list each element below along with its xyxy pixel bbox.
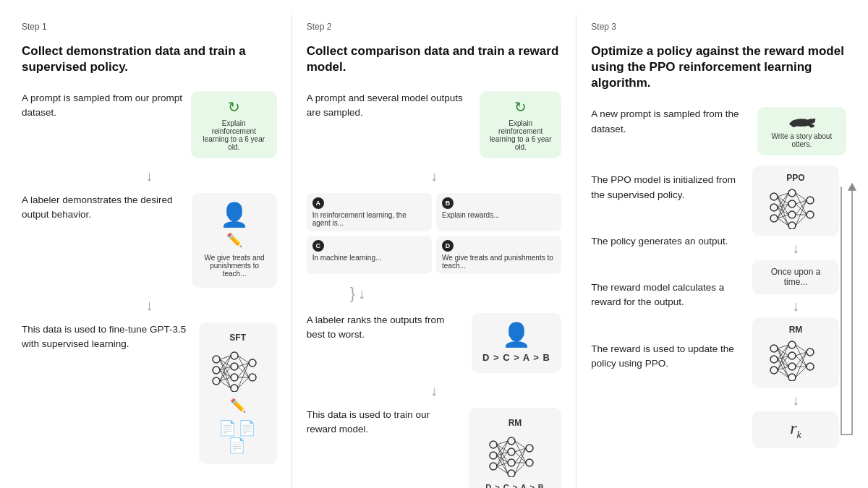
svg-line-57 xyxy=(515,463,526,474)
col2-arrow1: ↓ xyxy=(307,168,562,183)
col2-arrow2-row: } ↓ xyxy=(307,284,562,303)
recycle-icon-2: ↻ xyxy=(514,98,527,116)
col3-arrow2: ↓ xyxy=(792,299,799,313)
col2-rank: D > C > A > B xyxy=(482,352,550,363)
col2-section3: A labeler ranks the outputs from best to… xyxy=(307,313,562,373)
col2-section1: A prompt and several model outputs are s… xyxy=(307,91,562,158)
svg-point-32 xyxy=(508,437,515,445)
col3-rm-label: RM xyxy=(789,325,803,335)
arrow1: ↓ xyxy=(22,168,277,183)
col3-arrow1: ↓ xyxy=(792,241,799,255)
svg-point-98 xyxy=(788,352,796,359)
col2-options-grid: A In reinforcement learning, the agent i… xyxy=(307,193,562,274)
svg-point-102 xyxy=(807,363,814,370)
svg-point-68 xyxy=(788,189,796,197)
svg-point-37 xyxy=(526,459,533,466)
svg-point-6 xyxy=(231,385,238,392)
col2-section4: This data is used to train our reward mo… xyxy=(307,408,562,488)
col2-prompt-text: Explain reinforcement learning to a 6 ye… xyxy=(488,119,553,151)
col3-ppo-label: PPO xyxy=(786,173,804,183)
column-2: Step 2 Collect comparison data and train… xyxy=(292,14,577,488)
col2-prompt-box: ↻ Explain reinforcement learning to a 6 … xyxy=(480,91,561,158)
brace-icon: } xyxy=(350,284,355,303)
option-a-text: In reinforcement learning, the agent is.… xyxy=(312,211,426,227)
svg-point-7 xyxy=(249,359,256,367)
svg-line-122 xyxy=(796,367,807,377)
svg-point-97 xyxy=(788,341,796,348)
svg-point-70 xyxy=(788,211,796,218)
option-a-label: A xyxy=(312,197,324,209)
option-d-text: We give treats and punishments to teach.… xyxy=(442,254,556,270)
col1-text1: A prompt is sampled from our prompt data… xyxy=(22,91,184,121)
col1-section2: A labeler demonstrates the desired outpu… xyxy=(22,193,277,288)
option-d: D We give treats and punishments to teac… xyxy=(436,236,561,274)
svg-point-67 xyxy=(770,215,778,222)
col2-labeler-card: 👤 D > C > A > B xyxy=(472,313,562,373)
edit-icon-2: ✏️ xyxy=(230,398,246,414)
col3-text2: The PPO model is initialized from the su… xyxy=(591,173,738,202)
svg-point-69 xyxy=(788,200,796,207)
otter-icon xyxy=(787,114,816,129)
col1-section3: This data is used to fine-tune GPT-3.5 w… xyxy=(22,322,277,464)
svg-point-3 xyxy=(231,352,238,359)
col2-rank-bottom: D > C > A > B xyxy=(485,483,545,488)
col2-rm-card: RM xyxy=(469,408,562,488)
person-icon-2: 👤 xyxy=(502,323,531,346)
col2-arrow2: ↓ xyxy=(358,286,365,301)
option-d-label: D xyxy=(442,240,454,252)
doc-icons: 📄📄📄 xyxy=(209,419,267,454)
option-b-label: B xyxy=(442,197,454,209)
col3-text4: The reward model calculates a reward for… xyxy=(591,281,738,310)
column-1: Step 1 Collect demonstration data and tr… xyxy=(7,14,292,488)
column-3: Step 3 Optimize a policy against the rew… xyxy=(576,14,861,488)
svg-line-28 xyxy=(238,377,249,388)
main-columns: Step 1 Collect demonstration data and tr… xyxy=(7,14,861,488)
svg-point-0 xyxy=(213,356,220,363)
col1-output-text: We give treats and punishments to teach.… xyxy=(202,254,266,278)
svg-point-95 xyxy=(770,356,778,363)
col1-labeler-card: 👤 ✏️ We give treats and punishments to t… xyxy=(192,193,276,288)
col3-text1: A new prompt is sampled from the dataset… xyxy=(591,107,749,137)
col1-prompt-text: Explain reinforcement learning to a 6 ye… xyxy=(200,119,268,151)
step2-title: Collect comparison data and train a rewa… xyxy=(307,43,562,75)
col3-prompt-text: Write a story about otters. xyxy=(766,132,838,148)
nn-svg-1 xyxy=(209,348,267,392)
col2-rm-label: RM xyxy=(509,418,522,428)
col3-rm-card: RM xyxy=(752,317,839,388)
step1-label: Step 1 xyxy=(22,22,277,32)
col3-text5: The reward is used to update the policy … xyxy=(591,342,738,372)
col3-rk-card: rk xyxy=(752,411,839,448)
col3-texts: The PPO model is initialized from the su… xyxy=(591,166,738,448)
arrow2: ↓ xyxy=(22,298,277,312)
col3-prompt-box: Write a story about otters. xyxy=(757,107,846,155)
step3-label: Step 3 xyxy=(591,22,846,32)
col3-section1: A new prompt is sampled from the dataset… xyxy=(591,107,846,155)
nn-svg-4 xyxy=(767,338,825,381)
col2-text2: A labeler ranks the outputs from best to… xyxy=(307,313,464,343)
col3-arrow3: ↓ xyxy=(792,393,799,407)
person-icon: 👤 xyxy=(220,203,249,226)
svg-point-29 xyxy=(490,441,497,448)
svg-point-5 xyxy=(231,374,238,381)
step3-title: Optimize a policy against the reward mod… xyxy=(591,43,846,91)
col3-rk-text: rk xyxy=(790,419,801,437)
feedback-loop-arrow xyxy=(838,180,859,448)
col3-output-card: Once upon a time... xyxy=(752,260,839,294)
svg-point-101 xyxy=(807,348,814,356)
option-c-label: C xyxy=(312,240,324,252)
svg-line-93 xyxy=(796,215,807,226)
svg-point-34 xyxy=(508,459,515,466)
svg-point-1 xyxy=(213,367,220,374)
svg-point-65 xyxy=(770,193,778,200)
col1-section1: A prompt is sampled from our prompt data… xyxy=(22,91,277,158)
col3-output-text: Once upon a time... xyxy=(762,267,829,287)
svg-point-30 xyxy=(490,452,497,459)
col3-main-flow: The PPO model is initialized from the su… xyxy=(591,166,846,448)
svg-point-96 xyxy=(770,367,778,374)
col1-text3: This data is used to fine-tune GPT-3.5 w… xyxy=(22,322,192,352)
svg-point-35 xyxy=(508,470,515,477)
edit-icon: ✏️ xyxy=(226,232,242,248)
svg-point-66 xyxy=(770,204,778,211)
col3-ppo-card: PPO xyxy=(752,166,839,236)
option-c: C In machine learning... xyxy=(307,236,432,274)
